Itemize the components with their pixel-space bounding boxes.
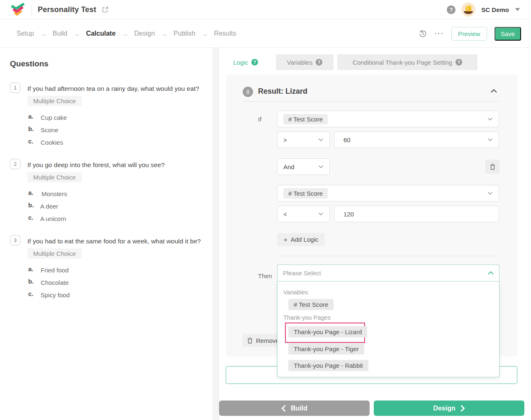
option-text: Spicy food [41,291,70,299]
option-letter: c. [28,138,34,145]
option-letter: c. [28,214,34,221]
chevron-down-icon [318,165,324,168]
logic-editor-panel: Logic ? Variables ? Conditional Thank-yo… [219,48,531,420]
more-options-icon[interactable]: ··· [435,30,444,37]
arrow-separator: → [40,30,46,37]
tab-logic[interactable]: Logic ? [219,54,272,70]
question-type-badge: Multiple Choice [27,248,82,259]
design-label: Design [433,405,455,412]
result-number-badge: 8 [243,87,253,97]
help-icon[interactable]: ? [447,5,455,14]
panel-divider [212,48,219,420]
help-icon[interactable]: ? [455,59,462,66]
chevron-up-icon[interactable] [491,89,497,93]
help-icon[interactable]: ? [251,59,258,66]
account-name[interactable]: SC Demo [481,6,509,13]
nav-step-results[interactable]: Results [214,30,236,37]
question-text[interactable]: If you had to eat the same food for a we… [27,237,202,245]
trash-icon [247,337,253,344]
delete-condition-button[interactable] [485,160,499,174]
help-icon[interactable]: ? [316,59,322,66]
build-nav-button[interactable]: Build [219,401,370,416]
question-type-badge: Multiple Choice [27,96,82,106]
chevron-down-icon [487,117,493,121]
workflow-nav-bar: Setup → Build → Calculate → Design → Pub… [0,20,531,48]
question-type-badge: Multiple Choice [27,172,82,182]
history-icon[interactable] [419,29,427,38]
question-number: 3 [10,235,20,245]
option-letter: b. [28,202,34,209]
result-title: Result: Lizard [258,87,307,96]
value-text: 60 [343,136,351,143]
plus-icon: + [284,236,287,243]
question-text[interactable]: If you had afternoon tea on a rainy day,… [27,84,202,93]
breadcrumb: Setup → Build → Calculate → Design → Pub… [0,30,236,37]
chevron-down-icon [318,212,324,216]
tab-variables[interactable]: Variables ? [276,54,334,70]
then-target-dropdown: Variables # Test Score Thank-you Pages T… [277,282,499,377]
nav-step-calculate[interactable]: Calculate [86,30,115,37]
add-logic-button[interactable]: + Add Logic [277,233,325,246]
nav-step-setup[interactable]: Setup [17,30,34,37]
build-label: Build [291,405,307,412]
chevron-down-icon [318,138,324,141]
then-target-select[interactable]: Please Select [277,265,499,282]
condition2-operator-select[interactable]: < [277,206,330,222]
question-number: 1 [10,83,20,93]
dropdown-group-label: Thank-you Pages [283,314,331,321]
option-text: Scone [41,126,58,134]
condition2-value-input[interactable] [334,206,499,222]
design-nav-button[interactable]: Design [374,401,524,416]
survey-title: Personality Test [38,5,96,14]
if-label: If [258,116,261,123]
preview-button[interactable]: Preview [451,27,487,41]
chevron-right-icon [460,405,465,412]
dropdown-option-thankyou-rabbit[interactable]: Thank-you Page - Rabbit [288,360,368,371]
avatar[interactable] [461,2,475,17]
dropdown-group-label: Variables [283,289,308,296]
condition1-value-select[interactable]: 60 [334,131,499,148]
variable-chip: # Test Score [283,114,328,124]
option-letter: a. [28,113,34,120]
condition2-variable-select[interactable]: # Test Score [277,185,499,202]
questions-panel: Questions 1 If you had afternoon tea on … [0,48,212,420]
app-window: Personality Test ? SC Demo Se [0,0,531,420]
nav-step-build[interactable]: Build [53,30,68,37]
tab-label: Conditional Thank-you Page Setting [353,59,452,66]
condition1-operator-select[interactable]: > [277,131,330,148]
option-letter: b. [28,278,34,285]
variable-chip: # Test Score [283,188,328,199]
operator-value: < [283,211,287,218]
option-text: Cup cake [41,114,67,121]
tab-conditional-thankyou[interactable]: Conditional Thank-you Page Setting ? [337,54,477,70]
external-link-icon[interactable] [102,6,109,13]
dropdown-option-thankyou-lizard[interactable]: Thank-you Page - Lizard [288,326,367,337]
option-letter: b. [28,125,34,132]
option-letter: a. [28,265,34,272]
save-button[interactable]: Save [494,27,521,41]
option-text: A unicorn [40,215,66,222]
question-number: 2 [10,159,20,169]
divider [277,256,499,256]
option-letter: c. [28,290,34,297]
conjunction-value: And [283,163,295,170]
nav-step-design[interactable]: Design [134,30,155,37]
operator-value: > [283,136,287,143]
chevron-up-icon [488,271,494,275]
caret-down-icon[interactable] [515,8,520,11]
condition1-variable-select[interactable]: # Test Score [277,111,499,127]
option-text: Chocolate [41,279,69,286]
dropdown-option-thankyou-tiger[interactable]: Thank-you Page - Tiger [288,343,364,354]
then-label: Then [258,272,272,279]
question-text[interactable]: If you go deep into the forest, what wil… [27,160,202,169]
remove-label: Remove [256,337,279,344]
questions-heading: Questions [10,59,49,68]
option-text: Monsters [41,190,67,197]
nav-step-publish[interactable]: Publish [173,30,195,37]
trash-icon [490,164,495,170]
editor-tabs: Logic ? Variables ? Conditional Thank-yo… [219,54,477,70]
add-logic-label: Add Logic [291,236,319,243]
conjunction-select[interactable]: And [277,158,330,175]
divider [32,5,32,15]
dropdown-option-test-score[interactable]: # Test Score [288,299,334,310]
